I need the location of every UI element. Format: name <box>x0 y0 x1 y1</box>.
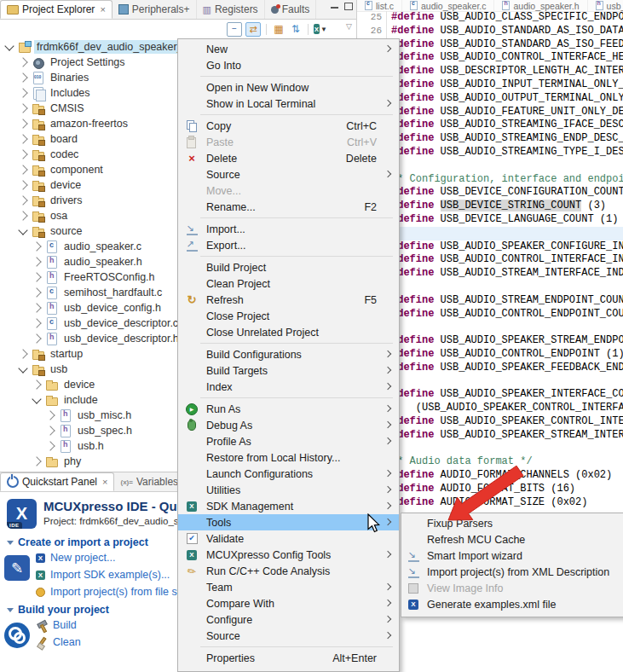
tab-faults[interactable]: Faults <box>265 0 317 19</box>
tab-project-explorer[interactable]: Project Explorer× <box>0 0 112 19</box>
menu-item-generate-examples-xml-file[interactable]: XGenerate examples.xml file <box>401 596 623 612</box>
grid-layout-icon[interactable]: ▦ <box>272 23 286 36</box>
menu-item-refresh[interactable]: ↻RefreshF5 <box>178 292 399 308</box>
chevron-down-icon[interactable] <box>4 41 14 50</box>
menu-item-export-[interactable]: ↗Export... <box>178 237 399 253</box>
menu-item-new[interactable]: New <box>178 41 399 57</box>
chevron-right-icon[interactable] <box>18 180 27 189</box>
chevron-right-icon[interactable] <box>18 103 27 113</box>
collapse-all-icon[interactable]: − <box>227 22 242 37</box>
menu-item-label: MCUXpresso Config Tools <box>206 549 331 561</box>
chevron-right-icon[interactable] <box>18 211 27 220</box>
chevron-right-icon[interactable] <box>32 318 41 327</box>
chevron-right-icon[interactable] <box>32 333 41 343</box>
menu-item-run-c-c++-code-analysis[interactable]: ✎Run C/C++ Code Analysis <box>178 563 399 579</box>
menu-item-clean-project[interactable]: Clean Project <box>178 275 399 292</box>
menu-item-team[interactable]: Team <box>178 579 399 595</box>
menu-item-utilities[interactable]: Utilities <box>178 482 399 498</box>
editor-tab-label: audio_speaker.c <box>421 1 486 11</box>
chevron-right-icon[interactable] <box>45 410 55 420</box>
chevron-right-icon[interactable] <box>18 119 27 128</box>
chevron-right-icon[interactable] <box>45 441 55 450</box>
chevron-down-icon[interactable] <box>18 363 27 373</box>
menu-item-source[interactable]: Source <box>178 628 399 644</box>
chevron-right-icon[interactable] <box>32 303 41 312</box>
maximize-icon[interactable] <box>344 3 353 10</box>
tab-variables[interactable]: (x)=Variables <box>114 472 185 491</box>
chevron-right-icon[interactable] <box>32 379 41 389</box>
editor-tab-audio-speaker-h[interactable]: audio_speaker.h <box>494 0 587 11</box>
chevron-right-icon[interactable] <box>18 165 27 174</box>
chevron-right-icon[interactable] <box>32 287 41 297</box>
menu-item-index[interactable]: Index <box>178 379 399 395</box>
editor-tab-label: usb_device_descriptor.h <box>607 1 623 11</box>
minimize-icon[interactable] <box>331 4 338 9</box>
close-icon[interactable]: × <box>100 4 105 14</box>
sync-icon[interactable]: ⇅ <box>289 23 303 36</box>
menu-item-rename-[interactable]: Rename...F2 <box>178 199 399 215</box>
folder-badge-icon <box>38 232 45 238</box>
menu-item-label: Rename... <box>206 201 256 213</box>
menu-item-label: Utilities <box>206 484 240 496</box>
menu-item-delete[interactable]: ×DeleteDelete <box>178 150 399 166</box>
menu-item-mcuxpresso-config-tools[interactable]: XMCUXpresso Config Tools <box>178 547 399 563</box>
chevron-right-icon[interactable] <box>18 134 27 143</box>
editor-tab-usb-device-descriptor-h[interactable]: usb_device_descriptor.h <box>588 0 623 11</box>
menu-item-configure[interactable]: Configure <box>178 611 399 628</box>
menu-item-compare-with[interactable]: Compare With <box>178 595 399 611</box>
menu-item-validate[interactable]: ✔Validate <box>178 530 399 547</box>
menu-item-debug-as[interactable]: Debug As <box>178 417 399 433</box>
chevron-right-icon[interactable] <box>18 72 27 82</box>
menu-item-profile-as[interactable]: Profile As <box>178 433 399 449</box>
x-square-icon: X <box>36 571 45 580</box>
wand-icon: ✎ <box>185 564 199 578</box>
menu-item-refresh-mcu-cache[interactable]: Refresh MCU Cache <box>401 531 623 547</box>
section-header-label: Create or import a project <box>18 536 148 548</box>
chevron-right-icon[interactable] <box>32 456 41 466</box>
chevron-right-icon[interactable] <box>18 349 27 358</box>
menu-item-label: Configure <box>206 614 252 626</box>
menu-item-build-targets[interactable]: Build Targets <box>178 362 399 379</box>
editor-tab-audio-speaker-c[interactable]: audio_speaker.c <box>402 0 494 11</box>
chevron-down-icon[interactable] <box>18 225 27 235</box>
close-icon[interactable]: × <box>102 477 107 487</box>
code-text: #define USB_AUDIO_STANDARD_AS_ISO_FEEDBA… <box>387 38 623 52</box>
tab-registers[interactable]: ▥Registers <box>197 0 265 19</box>
menu-item-show-in-local-terminal[interactable]: Show in Local Terminal <box>178 96 399 112</box>
chevron-right-icon[interactable] <box>32 272 41 281</box>
menu-item-launch-configurations[interactable]: Launch Configurations <box>178 466 399 482</box>
menu-item-build-configurations[interactable]: Build Configurations <box>178 346 399 362</box>
c-file-icon <box>365 1 372 10</box>
folder-badge-icon <box>25 41 32 47</box>
menu-item-restore-from-local-history-[interactable]: Restore from Local History... <box>178 449 399 466</box>
menu-item-import-project-s-from-xml-description[interactable]: ↘Import project(s) from XML Description <box>401 564 623 580</box>
chevron-right-icon[interactable] <box>45 426 55 435</box>
tab-quickstart-panel[interactable]: Quickstart Panel× <box>0 472 114 491</box>
menu-item-build-project[interactable]: Build Project <box>178 259 399 275</box>
menu-item-open-in-new-window[interactable]: Open in New Window <box>178 79 399 96</box>
chevron-right-icon[interactable] <box>32 241 41 251</box>
menu-item-source[interactable]: Source <box>178 166 399 182</box>
menu-separator <box>200 76 393 77</box>
project-config-icon[interactable]: X ▼ <box>314 23 327 36</box>
menu-item-go-into[interactable]: Go Into <box>178 57 399 73</box>
view-menu-icon[interactable]: ▽ <box>346 22 352 31</box>
menu-item-run-as[interactable]: ▶Run As <box>178 401 399 417</box>
menu-item-copy[interactable]: CopyCtrl+C <box>178 118 399 134</box>
menu-item-close-unrelated-project[interactable]: Close Unrelated Project <box>178 324 399 340</box>
chevron-right-icon[interactable] <box>18 149 27 159</box>
chevron-right-icon[interactable] <box>18 195 27 205</box>
tab-peripherals-[interactable]: Peripherals+ <box>112 0 197 19</box>
chevron-right-icon[interactable] <box>18 57 27 67</box>
chevron-right-icon[interactable] <box>18 88 27 97</box>
menu-item-sdk-management[interactable]: XSDK Management <box>178 498 399 514</box>
menu-item-properties[interactable]: PropertiesAlt+Enter <box>178 650 399 666</box>
menu-item-tools[interactable]: Tools <box>178 514 399 530</box>
link-with-editor-icon[interactable]: ⇄ <box>245 22 261 37</box>
chevron-down-icon[interactable] <box>32 394 41 403</box>
editor-tab-list-c[interactable]: list.c <box>357 0 402 11</box>
chevron-right-icon[interactable] <box>32 257 41 266</box>
menu-item-smart-import-wizard[interactable]: ↘Smart Import wizard <box>401 547 623 564</box>
menu-item-import-[interactable]: ↘Import... <box>178 221 399 237</box>
menu-item-close-project[interactable]: Close Project <box>178 308 399 324</box>
